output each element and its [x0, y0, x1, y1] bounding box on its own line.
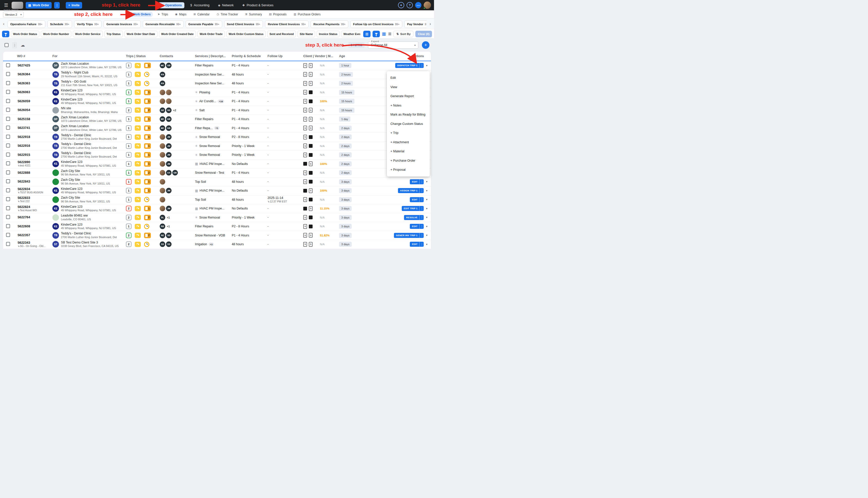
table-row[interactable]: 5622890 ↳test 4321 KE KinderCare 123 45 … [3, 160, 431, 169]
row-action-button[interactable]: RESOLVE [404, 215, 419, 220]
row-action-menu-button[interactable]: ⋮ [419, 188, 424, 193]
table-row[interactable]: 5622915 TB Teddy's - Dental Clinic 2700 … [3, 150, 431, 160]
nav-tab-time-tracker[interactable]: ◷ Time Tracker [215, 12, 240, 17]
pipeline-tab-operations-failure[interactable]: Operations Failure 99+ [8, 21, 46, 28]
menu-item-notes[interactable]: + Notes [387, 101, 430, 110]
help-icon[interactable]: ? [406, 2, 413, 8]
filter-panel-button[interactable] [373, 31, 380, 37]
trip-count-box[interactable]: 2 [126, 107, 131, 113]
add-filter-button[interactable] [2, 31, 9, 37]
board-view-button[interactable]: ▥ [363, 31, 371, 37]
trip-count-box[interactable]: 2 [126, 241, 131, 247]
trip-count-box[interactable]: 2 [126, 215, 131, 220]
row-checkbox[interactable] [6, 188, 10, 192]
table-row[interactable]: 5622343 ↳SG - On Going - Old... ST SB Te… [3, 240, 431, 249]
filter-chip-work-order-custom-status[interactable]: Work Order Custom Status [226, 31, 266, 37]
filter-chip-trip-status[interactable]: Trip Status [104, 31, 123, 37]
menu-item-edit[interactable]: Edit [387, 73, 430, 82]
row-action-menu-button[interactable]: ⋮ [419, 242, 424, 247]
row-expand-chevron[interactable]: ▾ [426, 198, 427, 201]
row-checkbox[interactable] [6, 99, 10, 103]
column-header-priority-schedule[interactable]: Priority & Schedule [229, 54, 264, 58]
row-checkbox[interactable] [6, 161, 10, 166]
column-header-client-vendor-m[interactable]: Client | Vendor | M... [300, 54, 336, 58]
trip-count-box[interactable]: 1 [126, 179, 131, 185]
trip-count-box[interactable]: 1 [126, 197, 131, 202]
table-row[interactable]: 5622834 ↳TEST BUG ASSIGN KE KinderCare 1… [3, 186, 431, 195]
work-order-more-button[interactable]: ⋮ [54, 2, 60, 9]
nav-tab-calendar[interactable]: ⊞ Calendar [191, 12, 212, 17]
row-action-button[interactable]: GENER INV TRIP 1 [394, 233, 420, 238]
top-tab-accounting[interactable]: $ Accounting [188, 2, 212, 8]
bulk-actions-button[interactable]: ⋮ [12, 42, 17, 48]
table-row[interactable]: 5622824 ↳Test Asset WO KE KinderCare 123… [3, 204, 431, 213]
nav-tab-summary[interactable]: ≣ Summary [243, 12, 264, 17]
row-checkbox[interactable] [6, 197, 10, 201]
row-checkbox[interactable] [6, 144, 10, 147]
filter-chip-work-order-start-date[interactable]: Work Order Start Date [125, 31, 157, 37]
row-action-button[interactable]: EDIT [410, 179, 419, 184]
row-action-menu-button[interactable]: ⋮ [419, 206, 424, 211]
table-row[interactable]: 5622833 ↳Test 222 Zach City Site 96 5th … [3, 195, 431, 205]
version-select[interactable]: Version 2 ▾ [3, 12, 24, 17]
row-checkbox[interactable] [6, 242, 10, 246]
table-row[interactable]: 5622764 Leadville 80461 ww Leadville, CO… [3, 213, 431, 222]
row-checkbox[interactable] [6, 224, 10, 228]
grid-view-icon[interactable]: ▦ [382, 31, 386, 37]
row-action-button[interactable]: EDIT [410, 197, 419, 202]
trip-count-box[interactable]: 2 [126, 233, 131, 238]
trip-count-box[interactable]: 2 [126, 206, 131, 211]
table-row[interactable]: 5622916 TB Teddy's - Dental Clinic 2700 … [3, 142, 431, 151]
trip-count-box[interactable]: 1 [126, 134, 131, 140]
filter-chip-work-order-created-date[interactable]: Work Order Created Date [159, 31, 196, 37]
column-header-actions[interactable]: Actions [359, 54, 431, 58]
nav-tab-purchase-orders[interactable]: ▥ Purchase Orders [292, 12, 323, 17]
top-tab-product-services[interactable]: ❖ Product & Services [239, 2, 276, 8]
trip-count-box[interactable]: 1 [126, 143, 131, 149]
row-action-button[interactable]: EDIT TRIP 1 [402, 206, 420, 211]
filter-chip-weather-event-ww[interactable]: Weather Event WW [341, 31, 360, 37]
services-more-count[interactable]: +3 [209, 243, 214, 246]
pipeline-tab-send-client-invoice[interactable]: Send Client Invoice 99+ [224, 21, 263, 28]
locate-icon[interactable]: ⌖ [398, 2, 404, 8]
trip-count-box[interactable]: 1 [126, 170, 131, 175]
trip-count-box[interactable]: 1 [126, 72, 131, 77]
nav-tab-work-orders[interactable]: ✂ Work Orders [126, 12, 153, 17]
column-header-follow-up[interactable]: Follow Up [264, 54, 300, 58]
top-tab-network[interactable]: ◈ Network [215, 2, 236, 8]
menu-item-trip[interactable]: + Trip [387, 128, 430, 138]
column-header-contacts[interactable]: Contacts [157, 54, 192, 58]
row-action-menu-button[interactable]: ⋮ [419, 224, 424, 229]
nav-tab-proposals[interactable]: ▤ Proposals [267, 12, 289, 17]
pipeline-tab-receive-payments[interactable]: Receive Payments 99+ [311, 21, 348, 28]
trip-count-box[interactable]: 1 [126, 63, 131, 68]
menu-item-material[interactable]: + Material [387, 147, 430, 156]
list-view-icon[interactable]: ≣ [388, 31, 391, 37]
table-row[interactable]: 5622608 KE KinderCare 123 45 Whippany Ro… [3, 222, 431, 231]
table-row[interactable]: 5626059 KE KinderCare 123 45 Whippany Ro… [3, 97, 431, 106]
table-row[interactable]: 5625158 DP Zach Xmas Location 1073 Lakes… [3, 115, 431, 124]
row-expand-chevron[interactable]: ▾ [426, 216, 427, 219]
pipeline-tab-schedule[interactable]: Schedule 99+ [47, 21, 72, 28]
row-action-menu-button[interactable]: ⋮ [419, 197, 424, 202]
table-row[interactable]: 5622843 Zach City Site 96 5th Avenue, Ne… [3, 178, 431, 186]
filter-chip-site-name[interactable]: Site Name [297, 31, 315, 37]
trip-count-box[interactable]: 1 [126, 224, 131, 229]
row-checkbox[interactable] [6, 90, 10, 94]
menu-item-purchase-order[interactable]: + Purchase Order [387, 156, 430, 166]
row-checkbox[interactable] [6, 233, 10, 237]
row-checkbox[interactable] [6, 72, 10, 76]
filter-chip-sent-and-received[interactable]: Sent and Received [267, 31, 296, 37]
row-action-button[interactable]: EDIT [410, 224, 419, 229]
row-action-menu-button[interactable]: ⋮ [419, 63, 424, 68]
pipeline-tab-generate-receivable[interactable]: Generate Receivable 99+ [143, 21, 184, 28]
trip-count-box[interactable]: 1 [126, 81, 131, 86]
row-action-button[interactable]: ASSIGN TRIP 1 [398, 188, 420, 193]
pipeline-scroll-left-icon[interactable]: ‹ [1, 21, 6, 28]
trip-count-box[interactable]: 1 [126, 152, 131, 158]
pipeline-tab-pay-vendor[interactable]: Pay Vendor 99+ [404, 21, 426, 28]
pipeline-tab-review-client-invoices[interactable]: Review Client Invoices 99+ [265, 21, 309, 28]
pipeline-tab-generate-payable[interactable]: Generate Payable 99+ [186, 21, 222, 28]
filter-chip-work-order-status[interactable]: Work Order Status [11, 31, 39, 37]
chat-icon[interactable]: ⋯ [415, 2, 422, 8]
